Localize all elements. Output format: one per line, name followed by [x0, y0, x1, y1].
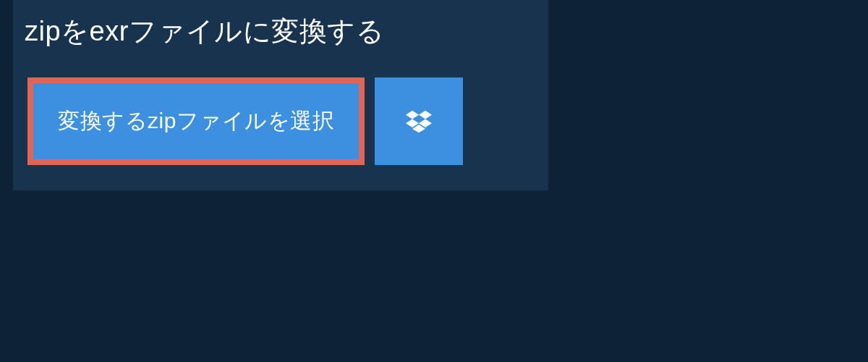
page-title: zipをexrファイルに変換する [25, 13, 435, 50]
button-row: 変換するzipファイルを選択 [13, 67, 548, 165]
dropbox-button[interactable] [375, 77, 463, 165]
conversion-panel: zipをexrファイルに変換する 変換するzipファイルを選択 [13, 0, 548, 190]
select-file-label: 変換するzipファイルを選択 [58, 106, 334, 136]
dropbox-icon [406, 110, 432, 133]
heading-section: zipをexrファイルに変換する [13, 0, 447, 67]
select-file-button[interactable]: 変換するzipファイルを選択 [27, 77, 365, 165]
